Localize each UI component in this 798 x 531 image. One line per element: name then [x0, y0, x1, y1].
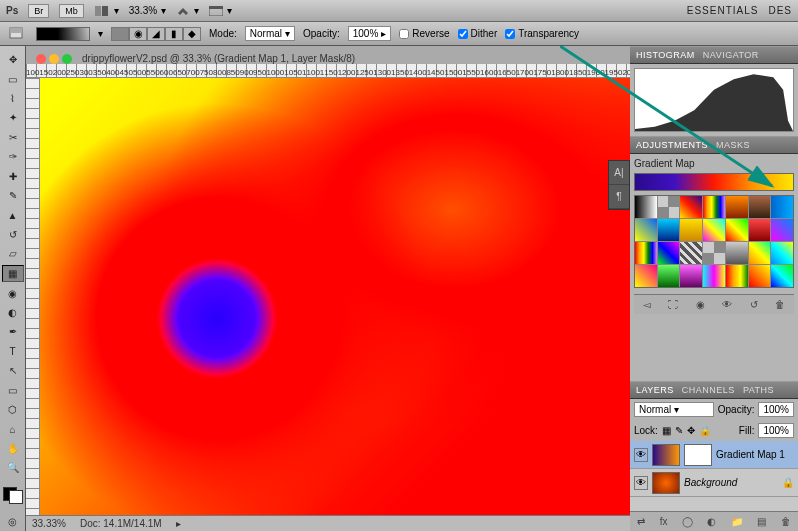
layer-background[interactable]: 👁 Background 🔒: [630, 469, 798, 497]
bridge-button[interactable]: Br: [28, 4, 49, 18]
tab-layers[interactable]: LAYERS: [636, 385, 674, 395]
preset-swatch[interactable]: [680, 196, 702, 218]
eyedropper-tool[interactable]: ✑: [2, 148, 24, 165]
gradient-tool[interactable]: ▦: [2, 265, 24, 283]
quickmask-toggle[interactable]: ◎: [2, 513, 24, 530]
heal-tool[interactable]: ✚: [2, 168, 24, 185]
tab-channels[interactable]: CHANNELS: [682, 385, 735, 395]
adj-back-icon[interactable]: ◅: [643, 299, 651, 310]
dodge-tool[interactable]: ◐: [2, 304, 24, 321]
tab-masks[interactable]: MASKS: [716, 140, 750, 150]
preset-swatch[interactable]: [726, 265, 748, 287]
preset-swatch[interactable]: [771, 196, 793, 218]
shape-tool[interactable]: ▭: [2, 382, 24, 399]
lock-pixels-icon[interactable]: ✎: [675, 425, 683, 436]
preset-swatch[interactable]: [635, 196, 657, 218]
window-maximize[interactable]: [62, 54, 72, 64]
workspace-essentials[interactable]: ESSENTIALS: [687, 5, 759, 16]
brush-tool[interactable]: ✎: [2, 187, 24, 204]
preset-swatch[interactable]: [635, 242, 657, 264]
adj-clip-icon[interactable]: ◉: [696, 299, 705, 310]
tab-histogram[interactable]: HISTOGRAM: [636, 50, 695, 60]
preset-swatch[interactable]: [749, 219, 771, 241]
adj-expand-icon[interactable]: ⛶: [668, 299, 678, 310]
tab-adjustments[interactable]: ADJUSTMENTS: [636, 140, 708, 150]
gradient-diamond[interactable]: ◆: [183, 27, 201, 41]
status-zoom[interactable]: 33.33%: [32, 518, 66, 529]
status-docsize[interactable]: Doc: 14.1M/14.1M: [80, 518, 162, 529]
preset-swatch[interactable]: [658, 219, 680, 241]
group-icon[interactable]: 📁: [731, 516, 743, 527]
window-minimize[interactable]: [49, 54, 59, 64]
histogram-panel-header[interactable]: HISTOGRAM NAVIGATOR: [630, 46, 798, 64]
preset-swatch[interactable]: [703, 265, 725, 287]
gradient-reflected[interactable]: ▮: [165, 27, 183, 41]
gradient-map-preview[interactable]: [634, 173, 794, 191]
3d-camera-tool[interactable]: ⌂: [2, 420, 24, 437]
transparency-checkbox[interactable]: Transparency: [505, 28, 579, 39]
crop-tool[interactable]: ✂: [2, 129, 24, 146]
adj-trash-icon[interactable]: 🗑: [775, 299, 785, 310]
window-close[interactable]: [36, 54, 46, 64]
preset-swatch[interactable]: [703, 196, 725, 218]
lock-all-icon[interactable]: 🔒: [699, 425, 711, 436]
blend-mode-select[interactable]: Normal▾: [245, 26, 295, 41]
layer-name[interactable]: Background: [684, 477, 737, 488]
gradient-linear[interactable]: [111, 27, 129, 41]
adjustment-layer-icon[interactable]: ◐: [707, 516, 716, 527]
preset-swatch[interactable]: [749, 196, 771, 218]
eraser-tool[interactable]: ▱: [2, 245, 24, 262]
preset-swatch[interactable]: [658, 196, 680, 218]
preset-swatch[interactable]: [680, 265, 702, 287]
layer-thumbnail[interactable]: [652, 472, 680, 494]
dither-checkbox[interactable]: Dither: [458, 28, 498, 39]
type-tool[interactable]: T: [2, 343, 24, 360]
layer-fill-input[interactable]: 100%: [758, 423, 794, 438]
layer-mask-thumbnail[interactable]: [684, 444, 712, 466]
delete-layer-icon[interactable]: 🗑: [781, 516, 791, 527]
path-tool[interactable]: ↖: [2, 362, 24, 379]
visibility-icon[interactable]: 👁: [634, 476, 648, 490]
gradient-dropdown-icon[interactable]: ▾: [98, 28, 103, 39]
tool-preset-icon[interactable]: [8, 26, 28, 42]
visibility-icon[interactable]: 👁: [634, 448, 648, 462]
preset-swatch[interactable]: [703, 242, 725, 264]
paragraph-panel-icon[interactable]: ¶: [609, 185, 629, 209]
pen-tool[interactable]: ✒: [2, 323, 24, 340]
preset-swatch[interactable]: [703, 219, 725, 241]
layer-name[interactable]: Gradient Map 1: [716, 449, 785, 460]
opacity-input[interactable]: 100%▸: [348, 26, 392, 41]
preset-swatch[interactable]: [771, 242, 793, 264]
layer-thumbnail[interactable]: [652, 444, 680, 466]
preset-swatch[interactable]: [726, 196, 748, 218]
wand-tool[interactable]: ✦: [2, 109, 24, 126]
zoom-tool[interactable]: 🔍: [2, 459, 24, 476]
layer-mask-icon[interactable]: ◯: [682, 516, 693, 527]
3d-tool[interactable]: ⬡: [2, 401, 24, 418]
gradient-radial[interactable]: ◉: [129, 27, 147, 41]
preset-swatch[interactable]: [771, 265, 793, 287]
preset-swatch[interactable]: [680, 242, 702, 264]
layer-style-icon[interactable]: fx: [660, 516, 668, 527]
tab-paths[interactable]: PATHS: [743, 385, 774, 395]
preset-swatch[interactable]: [658, 265, 680, 287]
gradient-angle[interactable]: ◢: [147, 27, 165, 41]
minibridge-button[interactable]: Mb: [59, 4, 84, 18]
screen-mode-menu[interactable]: ▾: [209, 5, 232, 16]
gradient-picker[interactable]: [36, 27, 90, 41]
zoom-menu[interactable]: 33.3% ▾: [129, 5, 166, 16]
adj-reset-icon[interactable]: ↺: [750, 299, 758, 310]
layer-opacity-input[interactable]: 100%: [758, 402, 794, 417]
adj-eye-icon[interactable]: 👁: [722, 299, 732, 310]
preset-swatch[interactable]: [726, 242, 748, 264]
new-layer-icon[interactable]: ▤: [757, 516, 766, 527]
canvas[interactable]: [40, 78, 630, 515]
color-swatches[interactable]: [0, 484, 25, 512]
blur-tool[interactable]: ◉: [2, 284, 24, 301]
preset-swatch[interactable]: [635, 219, 657, 241]
preset-swatch[interactable]: [749, 265, 771, 287]
move-tool[interactable]: ✥: [2, 51, 24, 68]
lock-position-icon[interactable]: ✥: [687, 425, 695, 436]
preset-swatch[interactable]: [635, 265, 657, 287]
marquee-tool[interactable]: ▭: [2, 70, 24, 87]
